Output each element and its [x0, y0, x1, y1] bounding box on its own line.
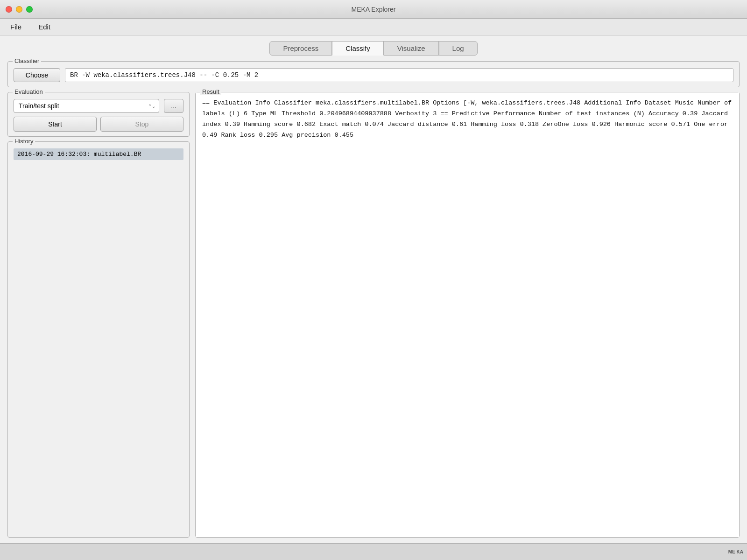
start-button[interactable]: Start	[14, 117, 97, 132]
close-button[interactable]	[6, 6, 12, 13]
minimize-button[interactable]	[16, 6, 22, 13]
tab-visualize[interactable]: Visualize	[384, 41, 439, 56]
menu-bar: File Edit	[0, 19, 747, 35]
content-area: Classifier Choose BR -W weka.classifiers…	[0, 56, 747, 543]
title-bar: MEKA Explorer	[0, 0, 747, 19]
tab-log[interactable]: Log	[439, 41, 478, 56]
result-label: Result	[200, 88, 221, 95]
classifier-label: Classifier	[13, 57, 41, 64]
window-title: MEKA Explorer	[352, 6, 396, 13]
maximize-button[interactable]	[26, 6, 33, 13]
result-section: Result == Evaluation Info Classifier mek…	[195, 92, 740, 538]
choose-button[interactable]: Choose	[14, 68, 60, 82]
evaluation-label: Evaluation	[13, 88, 45, 95]
history-label: History	[13, 138, 35, 145]
tab-classify[interactable]: Classify	[332, 41, 384, 56]
menu-file[interactable]: File	[7, 21, 24, 33]
lower-area: Evaluation Train/test split Cross-valida…	[7, 92, 740, 538]
evaluation-dropdown[interactable]: Train/test split Cross-validation Traini…	[14, 99, 159, 113]
evaluation-box: Evaluation Train/test split Cross-valida…	[7, 92, 190, 137]
classifier-row: Choose BR -W weka.classifiers.trees.J48 …	[14, 68, 733, 82]
menu-edit[interactable]: Edit	[35, 21, 53, 33]
tabs-bar: Preprocess Classify Visualize Log	[0, 35, 747, 56]
classifier-value: BR -W weka.classifiers.trees.J48 -- -C 0…	[65, 68, 733, 82]
history-item[interactable]: 2016-09-29 16:32:03: multilabel.BR	[14, 148, 183, 160]
stop-button[interactable]: Stop	[100, 117, 183, 132]
classifier-section: Classifier Choose BR -W weka.classifiers…	[7, 61, 740, 87]
dropdown-wrapper: Train/test split Cross-validation Traini…	[14, 99, 159, 113]
action-buttons: Start Stop	[14, 117, 183, 132]
tab-preprocess[interactable]: Preprocess	[269, 41, 332, 56]
eval-section: Evaluation Train/test split Cross-valida…	[7, 92, 190, 538]
window-controls	[6, 6, 33, 13]
result-content[interactable]: == Evaluation Info Classifier meka.class…	[196, 92, 739, 537]
main-window: Preprocess Classify Visualize Log Classi…	[0, 35, 747, 543]
eval-controls: Train/test split Cross-validation Traini…	[14, 99, 183, 113]
dots-button[interactable]: ...	[164, 99, 183, 113]
bottom-bar: ME KA	[0, 543, 747, 560]
history-box: History 2016-09-29 16:32:03: multilabel.…	[7, 141, 190, 538]
bottom-logo: ME KA	[728, 549, 743, 554]
